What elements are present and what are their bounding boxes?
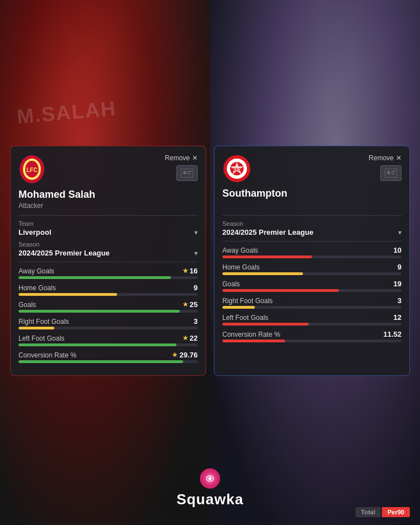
stat-right-foot-right: Right Foot Goals 3 bbox=[222, 296, 402, 309]
team-label: Team bbox=[18, 220, 198, 227]
star-icon-conv: ★ bbox=[172, 351, 178, 359]
svg-text:LFC: LFC bbox=[26, 167, 37, 173]
bar-left-foot-left bbox=[18, 343, 198, 346]
bar-right-foot-right bbox=[222, 306, 402, 309]
star-icon-goals: ★ bbox=[183, 301, 188, 308]
divider-right-1 bbox=[222, 215, 402, 216]
svg-rect-13 bbox=[385, 169, 397, 178]
divider-right-2 bbox=[222, 241, 402, 241]
stat-left-foot-right: Left Foot Goals 12 bbox=[222, 313, 402, 326]
divider-1 bbox=[18, 215, 198, 216]
stat-conversion-left: Conversion Rate % ★ 29.76 bbox=[18, 351, 198, 363]
southampton-crest: SFC bbox=[222, 154, 251, 183]
star-icon: ★ bbox=[183, 267, 188, 275]
cards-row: LFC Remove ✕ bbox=[0, 146, 420, 376]
svg-rect-15 bbox=[391, 171, 395, 172]
salah-card: LFC Remove ✕ bbox=[10, 146, 206, 376]
stat-left-foot-left: Left Foot Goals ★ 22 bbox=[18, 334, 198, 346]
bar-conversion-left bbox=[18, 360, 198, 363]
toggle-row: Total Per90 bbox=[356, 507, 410, 517]
bar-home-goals-right bbox=[222, 272, 402, 275]
stat-goals-left: Goals ★ 25 bbox=[18, 300, 198, 313]
bottom-brand: Squawka bbox=[0, 468, 420, 508]
spacer bbox=[222, 201, 402, 211]
svg-text:SFC: SFC bbox=[233, 168, 241, 171]
season-chevron-right: ▾ bbox=[398, 229, 402, 236]
card-top-row-left: LFC Remove ✕ bbox=[18, 154, 198, 184]
svg-rect-6 bbox=[188, 171, 192, 172]
main-content: LFC Remove ✕ bbox=[0, 0, 420, 525]
season-label-right: Season bbox=[222, 220, 402, 227]
svg-rect-7 bbox=[188, 173, 190, 174]
team-title: Southampton bbox=[222, 188, 402, 199]
team-value: Liverpool bbox=[18, 228, 52, 236]
stat-away-goals-left: Away Goals ★ 16 bbox=[18, 267, 198, 279]
bar-home-goals-left bbox=[18, 293, 198, 296]
svg-point-14 bbox=[387, 171, 390, 174]
divider-2 bbox=[18, 262, 198, 262]
season-dropdown-right[interactable]: 2024/2025 Premier League ▾ bbox=[222, 228, 402, 236]
svg-rect-4 bbox=[181, 169, 193, 178]
stat-home-goals-left: Home Goals 9 bbox=[18, 284, 198, 296]
star-icon-left-foot: ★ bbox=[183, 334, 188, 342]
svg-point-18 bbox=[208, 477, 212, 480]
stat-goals-right: Goals 19 bbox=[222, 280, 402, 292]
bar-away-goals-right bbox=[222, 255, 402, 258]
season-value-left: 2024/2025 Premier League bbox=[18, 249, 110, 257]
top-icons-right-left: Remove ✕ bbox=[165, 154, 198, 181]
southampton-card: SFC Remove ✕ bbox=[214, 146, 410, 376]
player-name: Mohamed Salah bbox=[18, 189, 198, 201]
bar-conversion-right bbox=[222, 340, 402, 342]
svg-rect-16 bbox=[391, 173, 394, 174]
season-dropdown-left[interactable]: 2024/2025 Premier League ▾ bbox=[18, 249, 198, 257]
bar-goals-left bbox=[18, 310, 198, 313]
id-card-icon-left bbox=[176, 165, 198, 181]
stat-conversion-right: Conversion Rate % 11.52 bbox=[222, 330, 402, 342]
season-chevron-left: ▾ bbox=[194, 249, 198, 257]
id-icon-svg-right bbox=[385, 169, 397, 178]
top-icons-right-right: Remove ✕ bbox=[368, 154, 402, 181]
stat-home-goals-right: Home Goals 9 bbox=[222, 263, 402, 275]
toggle-total[interactable]: Total bbox=[356, 507, 381, 517]
bar-right-foot-left bbox=[18, 327, 198, 329]
season-label-left: Season bbox=[18, 241, 198, 248]
stat-right-foot-left: Right Foot Goals 3 bbox=[18, 317, 198, 329]
player-role: Attacker bbox=[18, 202, 198, 210]
remove-button-right[interactable]: Remove ✕ bbox=[368, 154, 402, 162]
team-chevron: ▾ bbox=[194, 229, 198, 236]
bar-goals-right bbox=[222, 289, 402, 292]
team-dropdown[interactable]: Liverpool ▾ bbox=[18, 228, 198, 236]
bar-away-goals-left bbox=[18, 276, 198, 279]
liverpool-crest: LFC bbox=[18, 154, 45, 184]
id-icon-svg bbox=[181, 169, 193, 178]
id-card-icon-right bbox=[380, 165, 402, 181]
squawka-logo bbox=[200, 468, 220, 489]
brand-name: Squawka bbox=[176, 491, 244, 508]
brand-icon bbox=[204, 472, 216, 485]
remove-button-left[interactable]: Remove ✕ bbox=[165, 154, 198, 162]
toggle-per90[interactable]: Per90 bbox=[382, 507, 410, 517]
card-top-row-right: SFC Remove ✕ bbox=[222, 154, 402, 183]
bar-left-foot-right bbox=[222, 323, 402, 326]
svg-point-5 bbox=[183, 171, 186, 174]
stat-away-goals-right: Away Goals 10 bbox=[222, 246, 402, 258]
season-value-right: 2024/2025 Premier League bbox=[222, 228, 314, 236]
